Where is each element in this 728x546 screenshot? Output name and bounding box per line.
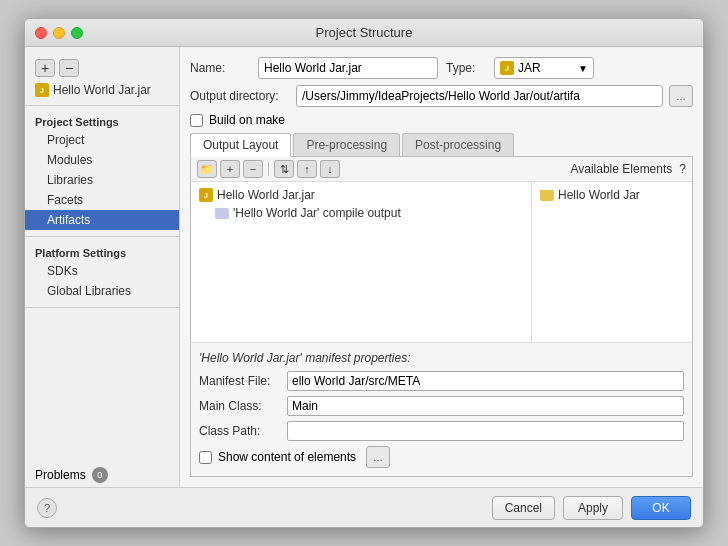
root-jar-icon: J [199, 188, 213, 202]
sidebar-add-remove: + − [25, 55, 179, 81]
project-structure-window: Project Structure + − J Hello World Jar.… [24, 18, 704, 528]
available-item[interactable]: Hello World Jar [536, 186, 688, 204]
name-input[interactable] [258, 57, 438, 79]
title-bar: Project Structure [25, 19, 703, 47]
cancel-button[interactable]: Cancel [492, 496, 555, 520]
type-label: Type: [446, 61, 486, 75]
artifact-name-label: Hello World Jar.jar [53, 83, 151, 97]
artifact-content: J Hello World Jar.jar 'Hello World Jar' … [191, 182, 692, 342]
problems-section: Problems 0 [25, 463, 179, 487]
main-class-input[interactable] [287, 396, 684, 416]
tabs-row: Output Layout Pre-processing Post-proces… [190, 133, 693, 157]
sidebar-item-global-libraries[interactable]: Global Libraries [25, 281, 179, 301]
jar-icon: J [35, 83, 49, 97]
type-select[interactable]: J JAR ▼ [494, 57, 594, 79]
available-item-label: Hello World Jar [558, 188, 640, 202]
platform-settings-header: Platform Settings [25, 243, 179, 261]
problems-badge: 0 [92, 467, 108, 483]
tab-post-processing[interactable]: Post-processing [402, 133, 514, 156]
name-type-row: Name: Type: J JAR ▼ [190, 57, 693, 79]
available-help-icon[interactable]: ? [679, 162, 686, 176]
minimize-button[interactable] [53, 27, 65, 39]
bottom-bar: ? Cancel Apply OK [25, 487, 703, 527]
toolbar-add-button[interactable]: + [220, 160, 240, 178]
tab-pre-processing[interactable]: Pre-processing [293, 133, 400, 156]
root-item-label: Hello World Jar.jar [217, 188, 315, 202]
sidebar-artifact-entry[interactable]: J Hello World Jar.jar [25, 81, 179, 99]
sidebar-divider-2 [25, 236, 179, 237]
window-title: Project Structure [316, 25, 413, 40]
sidebar-item-artifacts[interactable]: Artifacts [25, 210, 179, 230]
sidebar-item-modules[interactable]: Modules [25, 150, 179, 170]
toolbar-up-button[interactable]: ↑ [297, 160, 317, 178]
main-class-label: Main Class: [199, 399, 279, 413]
show-content-row: Show content of elements … [199, 446, 684, 468]
output-dir-label: Output directory: [190, 89, 290, 103]
main-class-row: Main Class: [199, 396, 684, 416]
toolbar-separator [268, 162, 269, 176]
toolbar-sort-button[interactable]: ⇅ [274, 160, 294, 178]
class-path-label: Class Path: [199, 424, 279, 438]
type-value: JAR [518, 61, 541, 75]
toolbar-down-button[interactable]: ↓ [320, 160, 340, 178]
add-artifact-button[interactable]: + [35, 59, 55, 77]
class-path-input[interactable] [287, 421, 684, 441]
available-folder-icon [540, 190, 554, 201]
manifest-file-input[interactable] [287, 371, 684, 391]
problems-label: Problems [35, 468, 86, 482]
sidebar: + − J Hello World Jar.jar Project Settin… [25, 47, 180, 487]
tree-root-item[interactable]: J Hello World Jar.jar [195, 186, 527, 204]
ok-button[interactable]: OK [631, 496, 691, 520]
show-content-label: Show content of elements [218, 450, 356, 464]
manifest-file-row: Manifest File: [199, 371, 684, 391]
output-dir-input[interactable] [296, 85, 663, 107]
sidebar-item-libraries[interactable]: Libraries [25, 170, 179, 190]
build-on-make-checkbox[interactable] [190, 114, 203, 127]
bottom-buttons: Cancel Apply OK [492, 496, 691, 520]
build-on-make-row: Build on make [190, 113, 693, 127]
browse-button[interactable]: … [669, 85, 693, 107]
project-settings-header: Project Settings [25, 112, 179, 130]
main-content: + − J Hello World Jar.jar Project Settin… [25, 47, 703, 487]
tab-output-layout[interactable]: Output Layout [190, 133, 291, 157]
close-button[interactable] [35, 27, 47, 39]
sidebar-divider-1 [25, 105, 179, 106]
remove-artifact-button[interactable]: − [59, 59, 79, 77]
show-content-checkbox[interactable] [199, 451, 212, 464]
output-dir-row: Output directory: … [190, 85, 693, 107]
type-jar-icon: J [500, 61, 514, 75]
artifact-tree: J Hello World Jar.jar 'Hello World Jar' … [191, 182, 532, 342]
maximize-button[interactable] [71, 27, 83, 39]
class-path-row: Class Path: [199, 421, 684, 441]
apply-button[interactable]: Apply [563, 496, 623, 520]
sidebar-item-project[interactable]: Project [25, 130, 179, 150]
toolbar-folder-button[interactable]: 📁 [197, 160, 217, 178]
available-panel: Hello World Jar [532, 182, 692, 342]
sidebar-divider-3 [25, 307, 179, 308]
manifest-section: 'Hello World Jar.jar' manifest propertie… [191, 342, 692, 476]
manifest-browse-button[interactable]: … [366, 446, 390, 468]
type-chevron-icon: ▼ [578, 63, 588, 74]
artifact-panel: 📁 + − ⇅ ↑ ↓ Available Elements ? J Hell [190, 157, 693, 477]
question-icon: ? [44, 502, 50, 514]
artifact-toolbar: 📁 + − ⇅ ↑ ↓ Available Elements ? [191, 157, 692, 182]
sidebar-item-facets[interactable]: Facets [25, 190, 179, 210]
child-folder-icon [215, 208, 229, 219]
manifest-title: 'Hello World Jar.jar' manifest propertie… [199, 351, 684, 365]
child-item-label: 'Hello World Jar' compile output [233, 206, 401, 220]
help-button[interactable]: ? [37, 498, 57, 518]
sidebar-item-sdks[interactable]: SDKs [25, 261, 179, 281]
traffic-lights [35, 27, 83, 39]
build-on-make-label: Build on make [209, 113, 285, 127]
name-label: Name: [190, 61, 250, 75]
manifest-file-label: Manifest File: [199, 374, 279, 388]
main-panel: Name: Type: J JAR ▼ Output directory: … … [180, 47, 703, 487]
tree-child-item[interactable]: 'Hello World Jar' compile output [195, 204, 527, 222]
toolbar-remove-button[interactable]: − [243, 160, 263, 178]
available-elements-label: Available Elements [570, 162, 672, 176]
